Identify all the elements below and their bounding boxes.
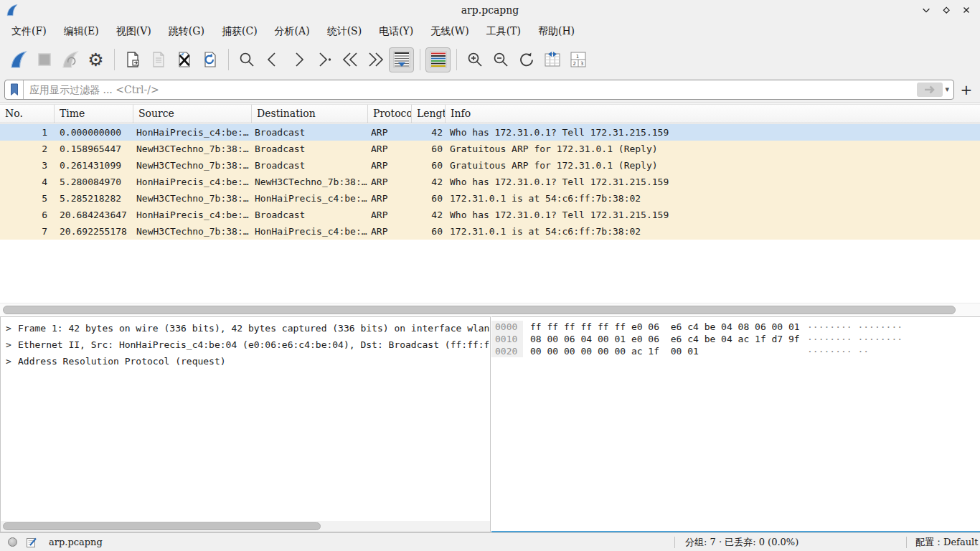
menu-telephony[interactable]: 电话(Y) [370, 22, 422, 42]
column-header-protocol[interactable]: Protocol [368, 105, 412, 123]
add-filter-button[interactable]: + [957, 81, 976, 98]
expert-info-icon[interactable] [8, 537, 17, 547]
toolbar-separator [456, 49, 457, 70]
menu-go[interactable]: 跳转(G) [160, 22, 213, 42]
column-header-info[interactable]: Info [446, 105, 980, 123]
start-capture-icon[interactable] [6, 47, 31, 72]
column-header-no[interactable]: No. [0, 105, 55, 123]
stop-capture-icon [32, 47, 57, 72]
reload-file-icon[interactable] [197, 47, 222, 72]
packet-list-hscrollbar[interactable] [0, 303, 980, 316]
last-packet-icon[interactable] [363, 47, 388, 72]
menu-capture[interactable]: 捕获(C) [213, 22, 266, 42]
main-toolbar: ⚙ [0, 43, 980, 76]
zoom-out-icon[interactable] [488, 47, 513, 72]
column-header-length[interactable]: Length [412, 105, 446, 123]
filter-bar: ▾ + [0, 76, 980, 103]
menu-edit[interactable]: 编辑(E) [55, 22, 108, 42]
toolbar-separator [420, 49, 420, 70]
menu-bar: 文件(F) 编辑(E) 视图(V) 跳转(G) 捕获(C) 分析(A) 统计(S… [0, 20, 980, 43]
svg-text:1: 1 [575, 54, 578, 60]
menu-view[interactable]: 视图(V) [108, 22, 160, 42]
column-header-time[interactable]: Time [55, 105, 133, 123]
status-bar: arp.pcapng 分组: 7 · 已丢弃: 0 (0.0%) 配置：Defa… [0, 532, 980, 551]
column-header-destination[interactable]: Destination [252, 105, 368, 123]
window-title: arp.pcapng [0, 4, 980, 16]
details-hscrollbar[interactable] [1, 521, 490, 532]
status-packet-counts: 分组: 7 · 已丢弃: 0 (0.0%) [675, 536, 906, 549]
restart-capture-icon [57, 47, 83, 72]
hex-row[interactable]: 0020 00 00 00 00 00 00 ac 1f 00 01 ·····… [491, 345, 980, 357]
menu-file[interactable]: 文件(F) [3, 22, 55, 42]
detail-row-arp[interactable]: > Address Resolution Protocol (request) [1, 353, 490, 369]
packet-row[interactable]: 2 0.158965447 NewH3CTechno_7b:38:… Broad… [0, 141, 980, 157]
expander-icon[interactable]: > [6, 353, 11, 369]
save-file-icon [146, 47, 171, 72]
toolbar-separator [228, 49, 229, 70]
packet-row[interactable]: 5 5.285218282 NewH3CTechno_7b:38:… HonHa… [0, 190, 980, 207]
find-packet-icon[interactable] [234, 47, 259, 72]
apply-filter-icon[interactable] [917, 83, 943, 97]
detail-row-ethernet[interactable]: > Ethernet II, Src: HonHaiPrecis_c4:be:0… [1, 336, 490, 353]
toolbar-separator [114, 49, 115, 70]
capture-comment-icon[interactable] [26, 537, 37, 548]
detail-row-frame[interactable]: > Frame 1: 42 bytes on wire (336 bits), … [1, 320, 490, 336]
maximize-icon[interactable] [940, 4, 953, 17]
close-file-icon[interactable] [171, 47, 197, 72]
menu-wireless[interactable]: 无线(W) [422, 22, 477, 42]
filter-bookmark-icon[interactable] [5, 80, 24, 99]
display-filter-input[interactable] [24, 80, 917, 99]
hex-offset: 0000 [491, 321, 523, 333]
filter-history-caret-icon[interactable]: ▾ [945, 85, 949, 94]
packet-row[interactable]: 1 0.000000000 HonHaiPrecis_c4:be:… Broad… [0, 124, 980, 141]
menu-analyze[interactable]: 分析(A) [266, 22, 319, 42]
svg-text:2: 2 [573, 61, 575, 67]
packet-list-header: No. Time Source Destination Protocol Len… [0, 104, 980, 123]
hex-row[interactable]: 0010 08 00 06 04 00 01 e0 06 e6 c4 be 04… [491, 333, 980, 345]
hex-offset: 0010 [491, 333, 523, 345]
hex-ascii[interactable]: ········ ········ [807, 333, 903, 345]
svg-text:3: 3 [580, 61, 583, 67]
hex-bytes[interactable]: 08 00 06 04 00 01 e0 06 e6 c4 be 04 ac 1… [523, 333, 807, 345]
capture-options-icon[interactable]: ⚙ [83, 47, 108, 72]
resize-columns-icon[interactable] [540, 47, 565, 72]
menu-tools[interactable]: 工具(T) [478, 22, 529, 42]
title-bar: arp.pcapng [0, 0, 980, 20]
status-profile[interactable]: 配置：Default [907, 536, 980, 549]
expander-icon[interactable]: > [6, 336, 11, 353]
hex-ascii[interactable]: ········ ········ [807, 321, 903, 333]
layout-icon[interactable]: 123 [565, 47, 590, 72]
menu-statistics[interactable]: 统计(S) [319, 22, 371, 42]
open-file-icon[interactable] [120, 47, 145, 72]
next-packet-icon[interactable] [286, 47, 311, 72]
hex-bytes[interactable]: ff ff ff ff ff ff e0 06 e6 c4 be 04 08 0… [523, 321, 807, 333]
column-header-source[interactable]: Source [133, 105, 252, 123]
close-icon[interactable] [960, 4, 973, 17]
menu-help[interactable]: 帮助(H) [529, 22, 583, 42]
packet-bytes-pane: 0000 ff ff ff ff ff ff e0 06 e6 c4 be 04… [491, 316, 980, 532]
hex-offset: 0020 [491, 345, 523, 357]
hex-ascii[interactable]: ········ ·· [807, 345, 869, 357]
packet-row[interactable]: 4 5.280084970 HonHaiPrecis_c4:be:… NewH3… [0, 174, 980, 190]
packet-details-pane: > Frame 1: 42 bytes on wire (336 bits), … [0, 316, 491, 532]
wireshark-logo-icon [6, 4, 19, 17]
minimize-icon[interactable] [920, 4, 933, 17]
zoom-reset-icon[interactable] [514, 47, 539, 72]
auto-scroll-icon[interactable] [389, 47, 414, 72]
display-filter-box[interactable]: ▾ [4, 80, 954, 100]
previous-packet-icon[interactable] [260, 47, 285, 72]
scrollbar-thumb[interactable] [3, 522, 321, 530]
colorize-icon[interactable] [425, 47, 451, 72]
packet-row[interactable]: 6 20.684243647 HonHaiPrecis_c4:be:… Broa… [0, 207, 980, 223]
status-filename: arp.pcapng [49, 537, 103, 547]
packet-list: 1 0.000000000 HonHaiPrecis_c4:be:… Broad… [0, 124, 980, 240]
hex-bytes[interactable]: 00 00 00 00 00 00 ac 1f 00 01 [523, 345, 807, 357]
goto-packet-icon[interactable] [311, 47, 336, 72]
packet-row[interactable]: 3 0.261431099 NewH3CTechno_7b:38:… Broad… [0, 157, 980, 174]
scrollbar-thumb[interactable] [3, 306, 956, 314]
expander-icon[interactable]: > [6, 320, 11, 336]
zoom-in-icon[interactable] [462, 47, 487, 72]
first-packet-icon[interactable] [337, 47, 362, 72]
hex-row[interactable]: 0000 ff ff ff ff ff ff e0 06 e6 c4 be 04… [491, 321, 980, 333]
packet-row[interactable]: 7 20.692255178 NewH3CTechno_7b:38:… HonH… [0, 223, 980, 240]
